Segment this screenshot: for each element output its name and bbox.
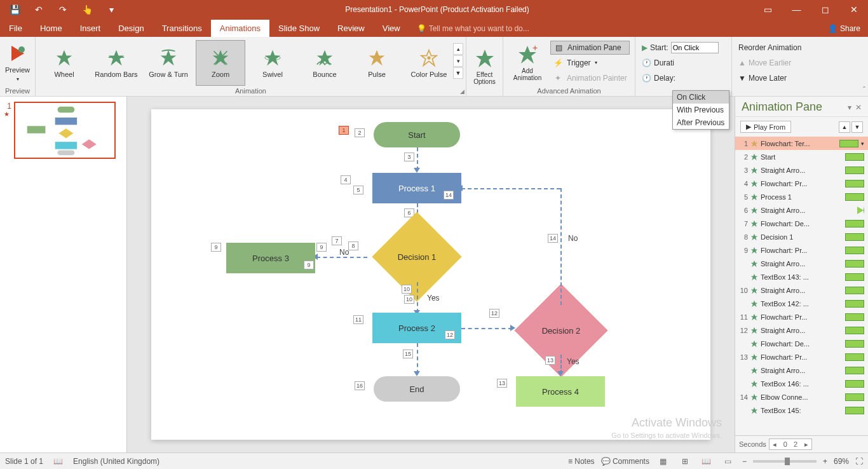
anim-tag-14[interactable]: 14 bbox=[548, 234, 558, 243]
tab-insert[interactable]: Insert bbox=[71, 20, 110, 37]
animation-pulse[interactable]: Pulse bbox=[352, 40, 402, 86]
effect-options-button[interactable]: Effect Options bbox=[470, 44, 499, 90]
reading-view-button[interactable]: 📖 bbox=[699, 456, 714, 467]
start-dropdown[interactable] bbox=[671, 42, 719, 53]
anim-list-item[interactable]: 9Flowchart: Pr... bbox=[735, 243, 868, 257]
anim-tag-9[interactable]: 9 bbox=[211, 243, 221, 252]
preview-button[interactable]: Preview ▾ bbox=[4, 40, 31, 86]
anim-tag-1[interactable]: 1 bbox=[339, 126, 349, 135]
anim-tag-10b[interactable]: 10 bbox=[404, 295, 414, 304]
reorder-down-button[interactable]: ▼ bbox=[851, 121, 863, 133]
label-yes-2[interactable]: Yes bbox=[567, 357, 580, 366]
shape-decision2[interactable]: Decision 2 bbox=[507, 305, 615, 356]
animation-bounce[interactable]: Bounce bbox=[300, 40, 349, 86]
close-button[interactable]: ✕ bbox=[839, 0, 868, 19]
shape-decision1[interactable]: Decision 1 bbox=[366, 231, 468, 282]
slide-thumbnail-1[interactable] bbox=[14, 102, 116, 159]
animation-list[interactable]: 1Flowchart: Ter...▾2Start3Straight Arro.… bbox=[735, 137, 868, 435]
anim-list-item[interactable]: 6Straight Arro... bbox=[735, 203, 868, 217]
ribbon-display-options[interactable]: ▭ bbox=[754, 0, 782, 19]
arrow-decision2-process1-h[interactable] bbox=[461, 188, 560, 189]
trigger-button[interactable]: ⚡Trigger▾ bbox=[550, 56, 630, 70]
zoom-knob[interactable] bbox=[785, 458, 790, 465]
tab-animations[interactable]: Animations bbox=[211, 20, 269, 37]
item-menu-button[interactable]: ▾ bbox=[861, 140, 864, 147]
shape-start[interactable]: Start bbox=[374, 122, 460, 147]
arrow-decision2-process1-v[interactable] bbox=[560, 188, 562, 305]
anim-list-item[interactable]: 14Elbow Conne... bbox=[735, 390, 868, 404]
fit-to-window-button[interactable]: ⛶ bbox=[855, 457, 863, 466]
tab-slideshow[interactable]: Slide Show bbox=[269, 20, 329, 37]
tab-home[interactable]: Home bbox=[31, 20, 71, 37]
pane-options-button[interactable]: ▾ bbox=[848, 103, 851, 112]
minimize-button[interactable]: — bbox=[782, 0, 811, 19]
zoom-percent[interactable]: 69% bbox=[834, 457, 849, 466]
anim-tag-5[interactable]: 5 bbox=[353, 186, 363, 194]
gallery-more-button[interactable]: ▼ bbox=[453, 67, 463, 79]
anim-list-item[interactable]: 10Straight Arro... bbox=[735, 283, 868, 297]
comments-button[interactable]: 💬 Comments bbox=[601, 457, 649, 466]
anim-list-item[interactable]: Straight Arro... bbox=[735, 364, 868, 377]
arrow-decision1-process3[interactable] bbox=[316, 257, 367, 258]
maximize-button[interactable]: ◻ bbox=[811, 0, 839, 19]
anim-list-item[interactable]: 13Flowchart: Pr... bbox=[735, 350, 868, 364]
start-option-afterprevious[interactable]: After Previous bbox=[673, 116, 729, 129]
anim-tag-13[interactable]: 13 bbox=[545, 356, 555, 365]
anim-tag-12b[interactable]: 12 bbox=[445, 330, 455, 339]
slide-counter[interactable]: Slide 1 of 1 bbox=[5, 457, 43, 466]
animation-random-bars[interactable]: Random Bars bbox=[92, 40, 141, 86]
anim-tag-13b[interactable]: 13 bbox=[497, 379, 507, 388]
anim-list-item[interactable]: 7Flowchart: De... bbox=[735, 217, 868, 230]
anim-list-item[interactable]: 4Flowchart: Pr... bbox=[735, 177, 868, 190]
label-no-2[interactable]: No bbox=[568, 234, 578, 243]
shape-end[interactable]: End bbox=[374, 376, 460, 402]
anim-list-item[interactable]: 5Process 1 bbox=[735, 190, 868, 203]
animation-pane-toggle[interactable]: ▤Animation Pane bbox=[550, 41, 630, 55]
tab-design[interactable]: Design bbox=[109, 20, 153, 37]
anim-tag-9c[interactable]: 9 bbox=[304, 261, 314, 269]
share-button[interactable]: 👤Share bbox=[828, 24, 860, 37]
undo-button[interactable]: ↶ bbox=[29, 1, 48, 18]
close-pane-button[interactable]: ✕ bbox=[855, 103, 862, 112]
save-button[interactable]: 💾 bbox=[5, 1, 24, 18]
anim-list-item[interactable]: Flowchart: De... bbox=[735, 337, 868, 350]
arrow-process2-end[interactable] bbox=[417, 343, 418, 374]
zoom-slider[interactable] bbox=[753, 460, 817, 463]
anim-tag-14b[interactable]: 14 bbox=[444, 191, 454, 200]
anim-tag-15[interactable]: 15 bbox=[403, 350, 413, 358]
shape-process3[interactable]: Process 3 bbox=[226, 243, 315, 273]
animation-painter-button[interactable]: ✦Animation Painter bbox=[550, 71, 630, 85]
move-earlier-button[interactable]: ▲Move Earlier bbox=[738, 56, 802, 70]
slide[interactable]: Start 1 2 3 Process 1 4 5 14 6 Decision … bbox=[151, 109, 710, 440]
anim-tag-11[interactable]: 11 bbox=[353, 315, 363, 324]
animation-grow-turn[interactable]: Grow & Turn bbox=[144, 40, 193, 86]
notes-button[interactable]: ≡ Notes bbox=[568, 457, 595, 466]
tab-transitions[interactable]: Transitions bbox=[153, 20, 211, 37]
qat-customize-button[interactable]: ▾ bbox=[102, 1, 121, 18]
dialog-launcher-animation[interactable]: ◢ bbox=[460, 88, 465, 95]
normal-view-button[interactable]: ▦ bbox=[656, 456, 671, 467]
arrow-start-process1[interactable] bbox=[417, 147, 418, 170]
anim-list-item[interactable]: TextBox 143: ... bbox=[735, 270, 868, 283]
play-from-button[interactable]: ▶Play From bbox=[740, 121, 791, 133]
tab-view[interactable]: View bbox=[374, 20, 409, 37]
arrow-process2-decision2[interactable] bbox=[461, 328, 512, 329]
anim-tag-8[interactable]: 8 bbox=[348, 241, 358, 250]
label-no-1[interactable]: No bbox=[339, 248, 349, 257]
anim-tag-7[interactable]: 7 bbox=[332, 236, 342, 245]
anim-list-item[interactable]: TextBox 146: ... bbox=[735, 377, 868, 390]
anim-list-item[interactable]: 12Straight Arro... bbox=[735, 323, 868, 337]
tell-me-search[interactable]: 💡Tell me what you want to do... bbox=[417, 24, 529, 37]
anim-tag-9b[interactable]: 9 bbox=[316, 243, 327, 252]
anim-list-item[interactable]: 11Flowchart: Pr... bbox=[735, 310, 868, 323]
gallery-scroll-up[interactable]: ▴ bbox=[453, 43, 463, 55]
zoom-in-button[interactable]: + bbox=[823, 457, 827, 466]
anim-list-item[interactable]: 2Start bbox=[735, 150, 868, 163]
collapse-ribbon-button[interactable]: ˆ bbox=[863, 86, 865, 95]
anim-tag-2[interactable]: 2 bbox=[355, 128, 365, 137]
timeline-ruler[interactable]: ◂ 0 2 ▸ bbox=[769, 438, 812, 450]
zoom-out-button[interactable]: − bbox=[742, 457, 747, 466]
spellcheck-icon[interactable]: 📖 bbox=[53, 457, 63, 466]
slideshow-view-button[interactable]: ▭ bbox=[721, 456, 736, 467]
tab-file[interactable]: File bbox=[0, 20, 31, 37]
